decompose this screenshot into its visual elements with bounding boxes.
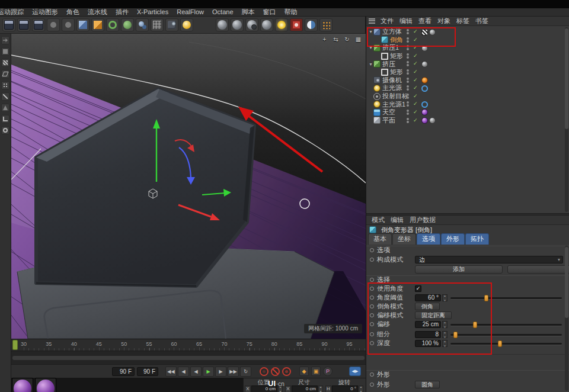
attribute-tab[interactable]: 选项 <box>417 233 440 245</box>
offset-field[interactable]: 25 cm <box>415 321 441 328</box>
keyframe-tool-button[interactable]: ◆ <box>299 367 309 376</box>
enabled-check-icon[interactable]: ✓ <box>413 28 418 36</box>
object-row[interactable]: 摄像机 ✓ <box>366 76 569 85</box>
palette-icon[interactable] <box>1 59 9 67</box>
viewport-nav-icon[interactable]: ▦ <box>354 36 362 43</box>
enabled-check-icon[interactable]: ✓ <box>413 117 418 125</box>
enabled-check-icon[interactable]: ✓ <box>413 36 418 44</box>
transport-button[interactable]: ▶ <box>203 367 214 377</box>
toolbar-icon[interactable] <box>76 18 89 31</box>
current-frame-field[interactable]: 90 F <box>137 367 158 376</box>
om-menu-item[interactable]: 书签 <box>472 17 491 25</box>
object-row[interactable]: 投射目标 ✓ <box>366 92 569 101</box>
section-selection[interactable]: 选择 <box>366 275 569 284</box>
enabled-check-icon[interactable]: ✓ <box>413 100 418 108</box>
timeline-scrollbar[interactable] <box>12 356 365 360</box>
menu-item[interactable]: 运动图形 <box>28 8 62 16</box>
attribute-tab[interactable]: 外形 <box>441 233 465 245</box>
timeline-panel-button[interactable]: ◀▶ <box>349 367 361 376</box>
toolbar-icon[interactable] <box>2 18 15 31</box>
coordinate-field[interactable]: 0 cm <box>292 385 318 392</box>
object-tag-icon[interactable] <box>421 117 428 124</box>
viewport-3d[interactable]: +⇆↻▦ 网格间距: 1000 cm <box>11 34 366 339</box>
stepper-arrows[interactable] <box>442 294 447 301</box>
toolbar-icon[interactable] <box>180 18 193 31</box>
slider-handle[interactable] <box>473 322 477 328</box>
om-menu-item[interactable]: 标签 <box>453 17 472 25</box>
section-toggle-icon[interactable] <box>370 248 374 252</box>
toolbar-icon[interactable] <box>305 18 318 31</box>
component-mode-dropdown[interactable]: 边 <box>415 256 563 264</box>
object-row[interactable]: ▾ 挤压1 ✓ <box>366 44 569 52</box>
toolbar-icon[interactable] <box>62 18 75 31</box>
enabled-check-icon[interactable]: ✓ <box>413 84 418 92</box>
visibility-dots[interactable] <box>407 118 409 124</box>
visibility-dots[interactable] <box>407 61 409 67</box>
menu-item[interactable]: 插件 <box>111 8 133 16</box>
visibility-dots[interactable] <box>407 85 409 91</box>
object-row[interactable]: ▾ 立方体 ✓ <box>366 28 569 36</box>
toolbar-icon[interactable] <box>290 18 303 31</box>
toolbar-icon[interactable] <box>165 18 178 31</box>
object-tag-icon[interactable] <box>429 117 436 124</box>
depth-slider[interactable] <box>450 343 562 345</box>
object-row[interactable]: 主光源 ✓ <box>366 84 569 92</box>
menu-item[interactable]: 脚本 <box>238 8 259 16</box>
menu-item[interactable]: 运动跟踪 <box>0 8 28 16</box>
object-row[interactable]: 平面 ✓ <box>366 117 569 125</box>
expand-icon[interactable]: ▾ <box>368 29 373 34</box>
palette-icon[interactable] <box>1 115 9 123</box>
visibility-dots[interactable] <box>407 53 409 59</box>
toolbar-icon[interactable] <box>216 18 229 31</box>
visibility-dots[interactable] <box>407 37 409 43</box>
stepper-arrows[interactable] <box>359 385 363 392</box>
bevel-mode-dropdown[interactable]: 倒角 <box>415 303 440 310</box>
visibility-dots[interactable] <box>407 69 409 75</box>
enabled-check-icon[interactable]: ✓ <box>413 92 418 101</box>
om-scrollbar[interactable] <box>565 27 568 212</box>
object-tag-icon[interactable] <box>429 29 436 36</box>
angle-threshold-slider[interactable] <box>450 297 562 299</box>
slider-handle[interactable] <box>498 340 502 347</box>
transport-button[interactable]: ◀◀ <box>165 367 177 377</box>
stepper-arrows[interactable] <box>442 331 447 338</box>
am-menu-item[interactable]: 编辑 <box>388 216 407 224</box>
toolbar-icon[interactable] <box>121 18 134 31</box>
record-button[interactable] <box>271 367 280 376</box>
palette-icon[interactable] <box>1 92 9 101</box>
toolbar-icon[interactable] <box>32 18 45 31</box>
timeline-ruler[interactable]: 3035404550556065707580859095 <box>11 339 366 351</box>
material-thumbnail[interactable] <box>35 378 56 392</box>
offset-slider[interactable] <box>450 324 562 326</box>
attribute-tab[interactable]: 基本 <box>368 233 392 245</box>
object-tag-icon[interactable] <box>421 45 428 52</box>
visibility-dots[interactable] <box>407 110 409 115</box>
toolbar-icon[interactable] <box>275 18 288 31</box>
menu-item[interactable]: 帮助 <box>280 8 302 16</box>
expand-icon[interactable]: ▾ <box>368 62 373 67</box>
enabled-check-icon[interactable]: ✓ <box>413 76 418 85</box>
om-menu-item[interactable]: 对象 <box>434 17 453 25</box>
object-row[interactable]: 主光源1 ✓ <box>366 100 569 108</box>
enabled-check-icon[interactable]: ✓ <box>413 60 418 68</box>
record-button[interactable] <box>282 367 291 376</box>
object-tag-icon[interactable] <box>421 109 428 115</box>
toolbar-icon[interactable] <box>245 18 258 31</box>
toolbar-icon[interactable] <box>136 18 149 31</box>
palette-icon[interactable] <box>1 104 9 112</box>
transport-button[interactable]: ▶▶ <box>228 367 239 377</box>
enabled-check-icon[interactable]: ✓ <box>413 68 418 76</box>
current-frame-marker[interactable] <box>12 340 18 350</box>
visibility-dots[interactable] <box>407 94 409 99</box>
menu-item[interactable]: Octane <box>208 8 237 16</box>
transport-button[interactable]: ▶ <box>215 367 226 377</box>
am-menu-item[interactable]: 用户数据 <box>407 216 439 224</box>
om-menu-item[interactable]: 查看 <box>415 17 434 25</box>
menu-item[interactable]: RealFlow <box>172 8 208 16</box>
offset-mode-dropdown[interactable]: 固定距离 <box>415 311 452 319</box>
menu-item[interactable]: 流水线 <box>84 8 111 16</box>
object-tag-icon[interactable] <box>421 61 428 68</box>
use-angle-checkbox[interactable]: ✓ <box>415 285 421 292</box>
palette-icon[interactable] <box>1 70 9 78</box>
transport-button[interactable]: ◀ <box>190 367 202 377</box>
